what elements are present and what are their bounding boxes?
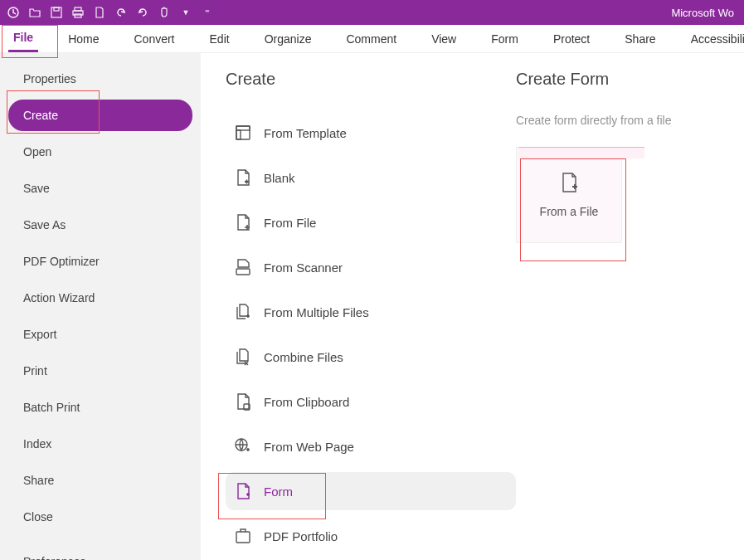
create-form-panel: Create Form Create form directly from a …: [516, 70, 719, 543]
sidebar-item-print[interactable]: Print: [8, 355, 192, 387]
sidebar-item-export[interactable]: Export: [8, 319, 192, 350]
window-title: Microsoft Wo: [671, 7, 737, 19]
create-item-label: From Multiple Files: [264, 305, 369, 319]
create-item-label: From Template: [264, 126, 347, 140]
multiple-files-icon: [234, 303, 252, 321]
sidebar-item-create[interactable]: Create: [8, 100, 192, 131]
ribbon-tabs: File Home Convert Edit Organize Comment …: [0, 25, 744, 53]
sidebar-item-properties[interactable]: Properties: [8, 63, 192, 95]
create-item-label: Form: [264, 485, 293, 499]
tab-view[interactable]: View: [426, 25, 461, 52]
file-sidebar: Properties Create Open Save Save As PDF …: [0, 53, 201, 560]
sidebar-item-batch-print[interactable]: Batch Print: [8, 392, 192, 423]
portfolio-icon: [234, 527, 252, 545]
create-from-scanner[interactable]: From Scanner: [226, 248, 516, 286]
tab-protect[interactable]: Protect: [548, 25, 595, 52]
tab-convert[interactable]: Convert: [129, 25, 179, 52]
create-from-clipboard[interactable]: From Clipboard: [226, 382, 516, 421]
create-form[interactable]: Form: [226, 472, 516, 510]
sidebar-item-pdf-optimizer[interactable]: PDF Optimizer: [8, 246, 192, 277]
content-area: Create From Template Blank: [201, 53, 744, 560]
file-plus-icon: [558, 172, 580, 193]
create-item-label: From Scanner: [264, 261, 343, 275]
template-icon: [234, 124, 252, 142]
tab-comment[interactable]: Comment: [341, 25, 401, 52]
document-icon[interactable]: [93, 6, 106, 19]
svg-rect-9: [236, 269, 250, 275]
sidebar-item-preferences[interactable]: Preferences: [8, 546, 192, 560]
tab-file[interactable]: File: [8, 25, 38, 52]
create-item-label: From Web Page: [264, 440, 354, 454]
create-pdf-portfolio[interactable]: PDF Portfolio: [226, 517, 516, 555]
sidebar-item-open[interactable]: Open: [8, 136, 192, 168]
svg-rect-12: [236, 532, 250, 543]
form-icon: [234, 482, 252, 500]
sidebar-item-save-as[interactable]: Save As: [8, 209, 192, 241]
web-icon: [234, 437, 252, 455]
svg-rect-3: [75, 7, 81, 11]
print-icon[interactable]: [71, 6, 85, 19]
clipboard-icon: [234, 392, 252, 411]
create-blank[interactable]: Blank: [226, 158, 516, 197]
create-item-label: From File: [264, 216, 316, 230]
customize-icon[interactable]: ⁼: [201, 6, 214, 19]
tab-share[interactable]: Share: [620, 25, 660, 52]
redo-icon[interactable]: [136, 6, 149, 19]
svg-rect-7: [236, 126, 250, 130]
create-panel-title: Create: [226, 70, 516, 89]
save-icon[interactable]: [50, 6, 63, 19]
undo-icon[interactable]: [114, 6, 128, 19]
create-combine-files[interactable]: Combine Files: [226, 338, 516, 376]
main-area: Properties Create Open Save Save As PDF …: [0, 53, 744, 560]
sidebar-item-save[interactable]: Save: [8, 173, 192, 204]
scanner-icon: [234, 258, 252, 276]
tab-accessibility[interactable]: Accessibility: [686, 25, 744, 52]
svg-rect-8: [236, 130, 241, 139]
create-panel: Create From Template Blank: [226, 70, 516, 543]
file-card-label: From a File: [540, 205, 599, 218]
create-from-file[interactable]: From File: [226, 203, 516, 241]
combine-icon: [234, 348, 252, 366]
create-item-label: From Clipboard: [264, 395, 349, 409]
blank-icon: [234, 168, 252, 187]
create-item-label: Combine Files: [264, 350, 343, 364]
quick-access-toolbar: ▼ ⁼: [7, 6, 671, 19]
titlebar: ▼ ⁼ Microsoft Wo: [0, 0, 744, 25]
create-item-label: PDF Portfolio: [264, 529, 338, 543]
dropdown-icon[interactable]: ▼: [179, 6, 192, 19]
tab-form[interactable]: Form: [486, 25, 523, 52]
create-from-web-page[interactable]: From Web Page: [226, 427, 516, 465]
create-from-template[interactable]: From Template: [226, 114, 516, 152]
sidebar-item-close[interactable]: Close: [8, 501, 192, 533]
svg-rect-2: [54, 7, 59, 11]
tab-edit[interactable]: Edit: [205, 25, 235, 52]
svg-rect-1: [51, 7, 61, 17]
from-a-file-card[interactable]: From a File: [516, 147, 622, 243]
sidebar-item-share[interactable]: Share: [8, 465, 192, 496]
hand-tool-icon[interactable]: [158, 6, 171, 19]
create-from-multiple-files[interactable]: From Multiple Files: [226, 293, 516, 331]
svg-rect-6: [236, 126, 250, 139]
tab-organize[interactable]: Organize: [260, 25, 317, 52]
app-logo-icon[interactable]: [7, 6, 20, 19]
create-options-list: From Template Blank From File: [226, 114, 516, 555]
right-panel-title: Create Form: [516, 70, 719, 89]
create-item-label: Blank: [264, 171, 295, 185]
from-file-icon: [234, 213, 252, 231]
tab-home[interactable]: Home: [63, 25, 104, 52]
right-panel-subtitle: Create form directly from a file: [516, 114, 719, 127]
sidebar-item-action-wizard[interactable]: Action Wizard: [8, 282, 192, 314]
sidebar-item-index[interactable]: Index: [8, 428, 192, 460]
open-folder-icon[interactable]: [28, 6, 41, 19]
